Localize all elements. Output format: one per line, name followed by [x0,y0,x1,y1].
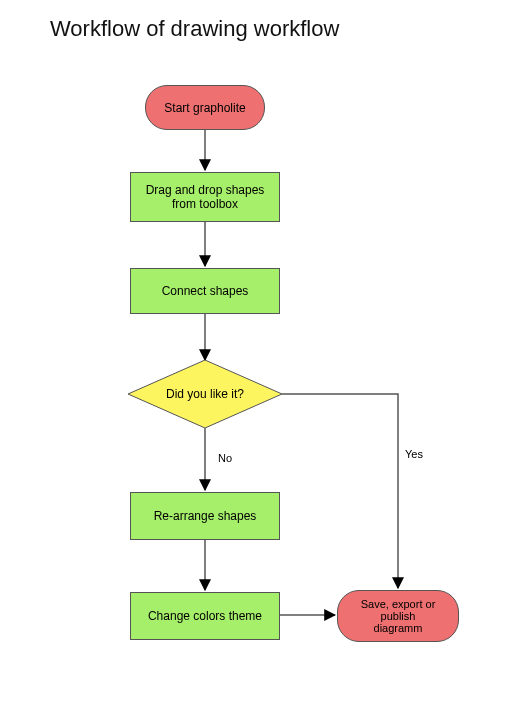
node-drag: Drag and drop shapes from toolbox [130,172,280,222]
node-rearrange-label: Re-arrange shapes [154,509,257,523]
edge-label-no: No [218,452,232,464]
node-drag-label: Drag and drop shapes from toolbox [146,183,265,211]
node-connect: Connect shapes [130,268,280,314]
node-save-label: Save, export or publish diagramm [361,598,436,634]
node-decide: Did you like it? [128,360,282,428]
node-recolor: Change colors theme [130,592,280,640]
node-save: Save, export or publish diagramm [337,590,459,642]
node-start: Start grapholite [145,85,265,130]
node-start-label: Start grapholite [164,101,245,115]
node-connect-label: Connect shapes [162,284,249,298]
node-recolor-label: Change colors theme [148,609,262,623]
node-decide-label: Did you like it? [166,387,244,401]
edge-label-yes: Yes [405,448,423,460]
node-rearrange: Re-arrange shapes [130,492,280,540]
